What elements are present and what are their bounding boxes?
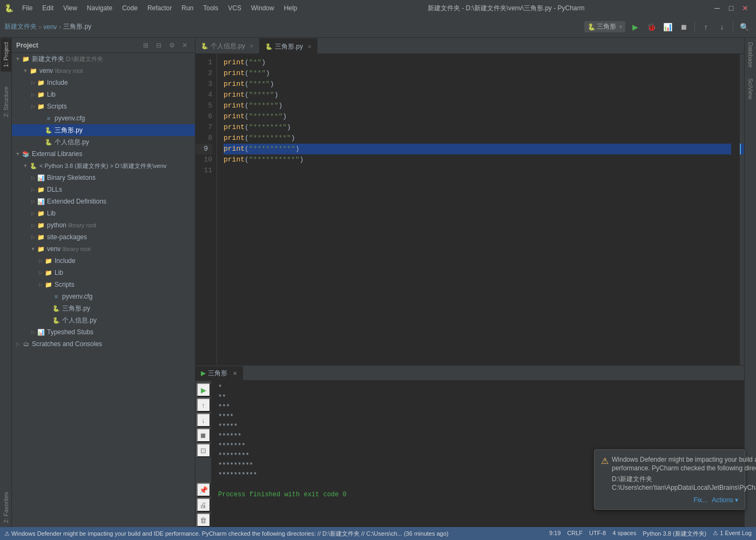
personal-tab-close[interactable]: ✕: [249, 43, 254, 49]
search-everywhere-button[interactable]: 🔍: [737, 19, 752, 35]
tab-project[interactable]: 1: Project: [1, 38, 11, 71]
menu-help[interactable]: Help: [280, 3, 302, 13]
tree-item-external[interactable]: ▼ 📚 External Libraries: [12, 148, 195, 160]
update-button[interactable]: ↑: [698, 19, 713, 35]
status-crlf[interactable]: CRLF: [567, 530, 583, 538]
tree-item-include2[interactable]: ▷ 📁 Include: [12, 255, 195, 267]
tree-item-triangle2[interactable]: 🐍 三角形.py: [12, 302, 195, 314]
scroll-down-button[interactable]: ↓: [197, 413, 211, 427]
editor-tabs: 🐍 个人信息.py ✕ 🐍 三角形.py ✕: [195, 38, 744, 54]
tree-item-lib[interactable]: ▷ 📁 Lib: [12, 89, 195, 100]
run-button[interactable]: ▶: [627, 19, 643, 35]
print-button[interactable]: 🖨: [197, 498, 211, 512]
menu-tools[interactable]: Tools: [199, 3, 222, 13]
close-button[interactable]: ✕: [739, 3, 752, 14]
tab-favorites[interactable]: 2: Favorites: [1, 488, 11, 527]
panel-action-collapse[interactable]: ⊟: [153, 39, 165, 51]
tree-item-triangle[interactable]: 🐍 三角形.py: [12, 124, 195, 136]
status-line-col[interactable]: 9:19: [549, 530, 561, 538]
toolbar: 新建文件夹 › venv › 三角形.py 🐍 三角形 ▾ ▶ 🐞 📊 ⏹ ↑ …: [0, 16, 756, 38]
menu-run[interactable]: Run: [177, 3, 198, 13]
editor-gutter: [738, 54, 744, 365]
code-line-3: print("***"): [224, 79, 731, 90]
output-line-2: **: [218, 393, 738, 402]
arrow-external: ▼: [14, 150, 22, 158]
pin-button[interactable]: 📌: [197, 483, 211, 497]
tree-item-lib3[interactable]: ▷ 📁 Lib: [12, 267, 195, 279]
triangle-tab-label: 三角形.py: [275, 42, 303, 51]
run-tab-close[interactable]: ✕: [233, 370, 237, 376]
editor-content[interactable]: print("*") print("**") print("***") prin…: [217, 54, 738, 365]
tree-item-scripts2[interactable]: ▷ 📁 Scripts: [12, 279, 195, 291]
tree-item-venv[interactable]: ▼ 📁 venv library root: [12, 65, 195, 77]
menu-refactor[interactable]: Refactor: [143, 3, 176, 13]
tab-database[interactable]: Database: [745, 38, 756, 72]
tab-personal-py[interactable]: 🐍 个人信息.py ✕: [195, 38, 260, 53]
actions-button[interactable]: Actions ▾: [712, 496, 738, 504]
rollback-button[interactable]: ↓: [714, 19, 730, 35]
fix-button[interactable]: Fix...: [693, 496, 707, 504]
minimize-button[interactable]: ─: [711, 3, 724, 14]
tree-item-scratches[interactable]: ▷ 🗂 Scratches and Consoles: [12, 338, 195, 350]
scroll-up-button[interactable]: ↑: [197, 398, 211, 412]
menu-edit[interactable]: Edit: [38, 3, 58, 13]
tab-structure[interactable]: 2: Structure: [1, 82, 11, 122]
tree-item-include[interactable]: ▷ 📁 Include: [12, 77, 195, 89]
menu-window[interactable]: Window: [247, 3, 279, 13]
run-config-dropdown-icon[interactable]: ▾: [619, 24, 622, 30]
dlls-icon: 📁: [37, 185, 45, 194]
tree-item-root[interactable]: ▼ 📁 新建文件夹 D:\新建文件夹: [12, 53, 195, 65]
tree-item-extended[interactable]: ▷ 📊 Extended Definitions: [12, 195, 195, 207]
status-encoding[interactable]: UTF-8: [589, 530, 606, 538]
tree-item-typeshed[interactable]: ▷ 📊 Typeshed Stubs: [12, 326, 195, 338]
panel-action-expand[interactable]: ⊞: [140, 39, 152, 51]
run-tab-header[interactable]: ▶ 三角形 ✕: [195, 366, 243, 380]
menu-vcs[interactable]: VCS: [224, 3, 246, 13]
tree-item-binary[interactable]: ▷ 📊 Binary Skeletons: [12, 172, 195, 184]
tab-sciview[interactable]: SciView: [745, 74, 756, 104]
arrow-scripts: ▷: [29, 103, 37, 110]
menu-view[interactable]: View: [59, 3, 82, 13]
arrow-lib: ▷: [29, 91, 37, 98]
line-numbers: 12345 6789 1011: [195, 54, 217, 365]
project-panel-header: Project ⊞ ⊟ ⚙ ✕: [12, 38, 195, 53]
stop-run-button[interactable]: ⏹: [197, 428, 211, 442]
panel-close-button[interactable]: ✕: [179, 39, 191, 51]
extlib-icon: 📚: [22, 150, 30, 158]
clear-console-button[interactable]: ⊡: [197, 443, 211, 457]
debug-button[interactable]: 🐞: [644, 19, 659, 35]
tree-item-pyvenv[interactable]: ≡ pyvenv.cfg: [12, 112, 195, 124]
tree-item-venv2[interactable]: ▼ 📁 venv library root: [12, 243, 195, 255]
code-line-9: print("*********"): [224, 144, 731, 154]
rerun-button[interactable]: ▶: [197, 383, 211, 397]
maximize-button[interactable]: □: [725, 3, 738, 14]
tree-item-scripts[interactable]: ▷ 📁 Scripts: [12, 100, 195, 112]
tab-triangle-py[interactable]: 🐍 三角形.py ✕: [260, 38, 318, 53]
stop-button[interactable]: ⏹: [676, 19, 691, 35]
scripts2-icon: 📁: [44, 280, 53, 289]
tree-item-personal[interactable]: 🐍 个人信息.py: [12, 136, 195, 148]
tree-item-dlls[interactable]: ▷ 📁 DLLs: [12, 184, 195, 195]
status-python[interactable]: Python 3.8 (新建文件夹): [643, 530, 706, 538]
tree-item-python-lib[interactable]: ▷ 📁 python library root: [12, 219, 195, 231]
code-line-5: print("*****"): [224, 100, 731, 111]
status-event-log[interactable]: ⚠ 1 Event Log: [713, 530, 752, 538]
status-indent[interactable]: 4 spaces: [612, 530, 636, 538]
tree-item-python38[interactable]: ▼ 🐍 < Python 3.8 (新建文件夹) > D:\新建文件夹\venv: [12, 160, 195, 172]
menu-navigate[interactable]: Navigate: [83, 3, 117, 13]
coverage-button[interactable]: 📊: [660, 19, 675, 35]
panel-settings-button[interactable]: ⚙: [166, 39, 178, 51]
triangle-tab-close[interactable]: ✕: [307, 44, 312, 50]
typeshed-icon: 📊: [37, 328, 45, 336]
delete-run-button[interactable]: 🗑: [197, 513, 211, 527]
tree-item-site[interactable]: ▷ 📁 site-packages: [12, 231, 195, 243]
lib-label: Lib: [47, 91, 56, 98]
tree-item-lib2[interactable]: ▷ 📁 Lib: [12, 207, 195, 219]
breadcrumb-venv: venv: [43, 23, 57, 31]
menu-code[interactable]: Code: [118, 3, 142, 13]
run-config-section[interactable]: 🐍 三角形 ▾: [584, 21, 625, 32]
tree-item-pyvenv2[interactable]: ≡ pyvenv.cfg: [12, 291, 195, 302]
menu-file[interactable]: File: [18, 3, 37, 13]
lib2-label: Lib: [47, 210, 56, 217]
tree-item-personal2[interactable]: 🐍 个人信息.py: [12, 314, 195, 326]
